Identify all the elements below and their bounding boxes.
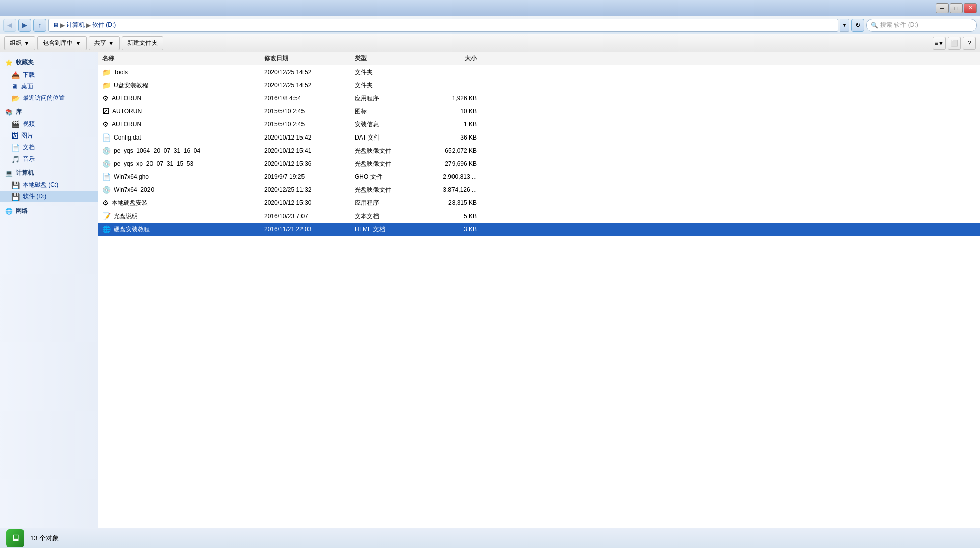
file-name: 硬盘安装教程 [114,225,150,234]
file-name: 本地硬盘安装 [112,199,148,208]
new-folder-button[interactable]: 新建文件夹 [122,36,163,50]
file-size-cell: 279,696 KB [420,160,481,167]
share-button[interactable]: 共享 ▼ [89,36,120,50]
file-icon: ⚙ [102,199,109,207]
sidebar-item-pictures[interactable]: 🖼 图片 [0,130,98,142]
breadcrumb-computer[interactable]: 计算机 [66,21,85,29]
file-name: pe_yqs_xp_20_07_31_15_53 [114,160,193,167]
file-type-cell: 光盘映像文件 [355,186,420,194]
file-date-cell: 2020/10/12 15:41 [264,147,355,154]
refresh-button[interactable]: ↻ [851,19,864,32]
recent-label: 最近访问的位置 [23,94,65,102]
sidebar-section-library: 📚 库 🎬 视频 🖼 图片 📄 文档 🎵 音乐 [0,106,98,165]
view-button[interactable]: ≡ ▼ [933,37,946,50]
file-row[interactable]: 📄 Config.dat 2020/10/12 15:42 DAT 文件 36 … [98,131,980,144]
back-button[interactable]: ◀ [3,19,16,32]
file-name: Win7x64.gho [114,173,149,180]
dropdown-icon: ▼ [842,22,847,28]
file-size-cell: 2,900,813 ... [420,173,481,180]
forward-button[interactable]: ▶ [18,19,31,32]
help-button[interactable]: ? [963,37,976,50]
file-name-cell: 📝 光盘说明 [98,212,264,221]
file-row[interactable]: 📝 光盘说明 2016/10/23 7:07 文本文档 5 KB [98,210,980,223]
sidebar-item-downloads[interactable]: 📥 下载 [0,69,98,81]
column-header-type[interactable]: 类型 [355,54,420,63]
computer-header[interactable]: 💻 计算机 [0,167,98,179]
sidebar-item-documents[interactable]: 📄 文档 [0,142,98,153]
file-area: 名称 修改日期 类型 大小 📁 Tools 2020/12/25 14:52 文… [98,52,980,528]
file-date-cell: 2015/5/10 2:45 [264,121,355,128]
file-row[interactable]: 📁 U盘安装教程 2020/12/25 14:52 文件夹 [98,79,980,92]
preview-pane-button[interactable]: ⬜ [948,37,961,50]
include-library-button[interactable]: 包含到库中 ▼ [37,36,87,50]
column-header-name[interactable]: 名称 [98,54,264,63]
sidebar-item-desktop[interactable]: 🖥 桌面 [0,81,98,92]
new-folder-label: 新建文件夹 [127,39,158,47]
breadcrumb-dropdown-button[interactable]: ▼ [840,19,849,32]
include-dropdown-icon: ▼ [75,40,81,47]
file-size-cell: 652,072 KB [420,147,481,154]
desktop-label: 桌面 [21,82,33,91]
organize-dropdown-icon: ▼ [24,40,30,47]
file-row[interactable]: 📁 Tools 2020/12/25 14:52 文件夹 [98,65,980,79]
file-name: AUTORUN [112,121,141,128]
file-date-cell: 2020/12/25 14:52 [264,82,355,89]
column-header-size[interactable]: 大小 [420,54,481,63]
network-header[interactable]: 🌐 网络 [0,204,98,217]
file-row[interactable]: 💿 pe_yqs_xp_20_07_31_15_53 2020/10/12 15… [98,157,980,170]
file-icon: 💿 [102,186,111,194]
video-icon: 🎬 [11,120,20,128]
file-name-cell: ⚙ 本地硬盘安装 [98,199,264,208]
file-icon: 💿 [102,147,111,155]
file-size-cell: 28,315 KB [420,199,481,207]
file-row[interactable]: 📄 Win7x64.gho 2019/9/7 19:25 GHO 文件 2,90… [98,170,980,183]
file-size-cell: 3,874,126 ... [420,186,481,193]
search-icon: 🔍 [871,22,878,29]
network-icon: 🌐 [5,208,13,215]
close-button[interactable]: ✕ [964,3,977,13]
file-row[interactable]: 🖼 AUTORUN 2015/5/10 2:45 图标 10 KB [98,105,980,118]
file-row[interactable]: 💿 pe_yqs_1064_20_07_31_16_04 2020/10/12 … [98,144,980,157]
organize-label: 组织 [10,39,22,47]
file-row[interactable]: 🌐 硬盘安装教程 2016/11/21 22:03 HTML 文档 3 KB [98,223,980,236]
file-name: Config.dat [114,134,141,141]
sidebar-item-software-d[interactable]: 💾 软件 (D:) [0,191,98,202]
software-d-icon: 💾 [11,193,20,201]
breadcrumb[interactable]: 🖥 ▶ 计算机 ▶ 软件 (D:) [48,19,838,32]
file-size-cell: 3 KB [420,226,481,233]
pictures-icon: 🖼 [11,132,18,140]
file-name-cell: 📁 Tools [98,68,264,76]
breadcrumb-drive[interactable]: 软件 (D:) [92,21,116,29]
sidebar-item-local-disk-c[interactable]: 💾 本地磁盘 (C:) [0,179,98,191]
up-button[interactable]: ↑ [33,19,46,32]
file-icon: 📄 [102,173,111,181]
file-row[interactable]: ⚙ 本地硬盘安装 2020/10/12 15:30 应用程序 28,315 KB [98,196,980,210]
library-header[interactable]: 📚 库 [0,106,98,118]
minimize-button[interactable]: ─ [936,3,949,13]
file-type-cell: 文件夹 [355,68,420,77]
sidebar: ⭐ 收藏夹 📥 下载 🖥 桌面 📂 最近访问的位置 📚 库 🎬 [0,52,98,528]
file-name-cell: 💿 Win7x64_2020 [98,186,264,194]
sidebar-item-video[interactable]: 🎬 视频 [0,118,98,130]
file-name: Tools [114,68,128,76]
computer-icon: 💻 [5,170,13,177]
breadcrumb-sep-2: ▶ [86,22,91,29]
sidebar-item-music[interactable]: 🎵 音乐 [0,153,98,165]
maximize-button[interactable]: □ [950,3,963,13]
favorites-header[interactable]: ⭐ 收藏夹 [0,56,98,69]
file-icon: ⚙ [102,94,109,102]
local-disk-c-label: 本地磁盘 (C:) [23,181,58,189]
organize-button[interactable]: 组织 ▼ [4,36,35,50]
software-d-label: 软件 (D:) [23,192,46,201]
file-row[interactable]: ⚙ AUTORUN 2016/1/8 4:54 应用程序 1,926 KB [98,92,980,105]
column-header-modified[interactable]: 修改日期 [264,54,355,63]
file-row[interactable]: 💿 Win7x64_2020 2020/12/25 11:32 光盘映像文件 3… [98,183,980,196]
file-icon: 💿 [102,160,111,168]
search-bar[interactable]: 🔍 搜索 软件 (D:) [866,19,977,32]
sidebar-item-recent[interactable]: 📂 最近访问的位置 [0,92,98,104]
favorites-label: 收藏夹 [16,58,34,67]
file-icon: ⚙ [102,120,109,128]
file-row[interactable]: ⚙ AUTORUN 2015/5/10 2:45 安装信息 1 KB [98,118,980,131]
documents-label: 文档 [23,143,35,152]
local-disk-c-icon: 💾 [11,181,20,189]
